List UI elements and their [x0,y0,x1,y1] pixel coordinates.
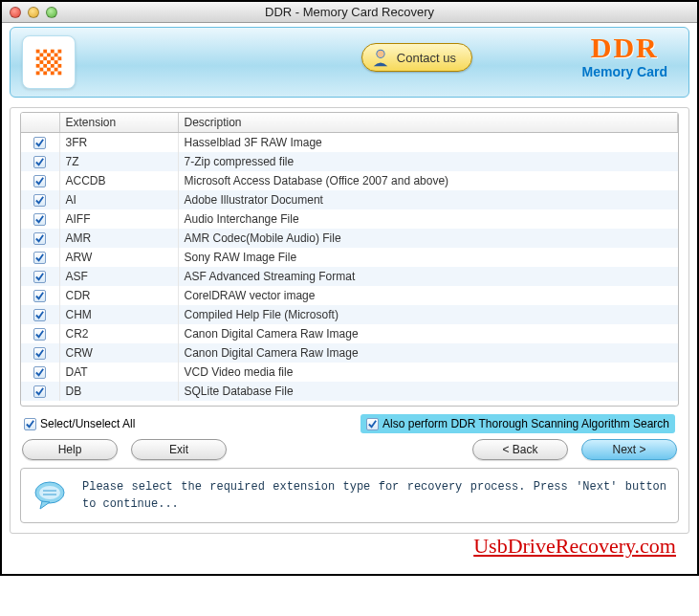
svg-rect-8 [43,56,47,60]
checkbox-icon[interactable] [33,137,46,149]
checkbox-icon[interactable] [33,347,46,360]
checkbox-icon[interactable] [33,232,46,245]
col-extension[interactable]: Extension [59,113,178,133]
desc-cell: Adobe Illustrator Document [178,190,678,209]
extension-table: Extension Description 3FRHasselblad 3F R… [20,112,679,407]
svg-rect-1 [43,50,47,54]
minimize-icon[interactable] [28,7,39,18]
svg-point-28 [39,486,60,499]
checkbox-icon[interactable] [33,156,46,168]
desc-cell: AMR Codec(Mobile Audio) File [178,229,678,248]
svg-rect-14 [36,64,40,68]
table-row[interactable]: ASFASF Advanced Streaming Format [21,267,678,286]
table-row[interactable]: AIFFAudio Interchange File [21,209,678,229]
select-all-option[interactable]: Select/Unselect All [24,417,135,430]
svg-rect-17 [58,64,62,68]
window-title: DDR - Memory Card Recovery [2,5,697,19]
titlebar: DDR - Memory Card Recovery [2,2,697,23]
table-row[interactable]: CHMCompiled Help File (Microsoft) [21,305,678,324]
contact-us-button[interactable]: Contact us [361,43,472,72]
table-row[interactable]: CRWCanon Digital Camera Raw Image [21,343,678,363]
exit-button[interactable]: Exit [131,439,227,460]
desc-cell: SQLite Database File [178,382,678,401]
brand-title: DDR [582,33,667,62]
table-row[interactable]: CDRCorelDRAW vector image [21,286,678,305]
svg-rect-21 [36,72,40,76]
desc-cell: Audio Interchange File [178,209,678,229]
ext-cell: DB [59,382,178,401]
desc-cell: VCD Video media file [178,363,678,382]
checkbox-icon[interactable] [33,290,46,302]
ext-cell: AIFF [59,209,178,229]
svg-rect-6 [55,54,58,57]
back-button[interactable]: < Back [472,439,568,460]
thorough-scan-option[interactable]: Also perform DDR Thorough Scanning Algor… [360,414,675,433]
next-button[interactable]: Next > [581,439,677,460]
ext-cell: 7Z [59,152,178,171]
table-row[interactable]: AMRAMR Codec(Mobile Audio) File [21,229,678,248]
table-row[interactable]: DBSQLite Database File [21,382,678,401]
svg-rect-22 [43,72,47,76]
checkbox-icon[interactable] [33,366,46,379]
table-row[interactable]: ACCDBMicrosoft Access Database (Office 2… [21,171,678,190]
svg-rect-23 [51,72,55,76]
desc-cell: Microsoft Access Database (Office 2007 a… [178,171,678,190]
contact-us-label: Contact us [397,51,456,65]
pattern-icon [31,44,67,80]
checkbox-icon[interactable] [33,309,46,321]
table-row[interactable]: 7Z7-Zip compressed file [21,152,678,171]
app-window: DDR - Memory Card Recovery Contact us DD… [0,0,699,576]
brand: DDR Memory Card [582,33,667,79]
svg-rect-11 [40,60,44,64]
checkbox-icon[interactable] [366,418,379,430]
col-check[interactable] [21,113,59,133]
table-row[interactable]: DATVCD Video media file [21,363,678,382]
desc-cell: Compiled Help File (Microsoft) [178,305,678,324]
desc-cell: Sony RAW Image File [178,248,678,267]
desc-cell: Hasselblad 3F RAW Image [178,133,678,152]
ext-cell: CRW [59,343,178,363]
svg-point-26 [377,51,383,57]
ext-cell: AMR [59,229,178,248]
svg-rect-7 [36,56,40,60]
svg-rect-20 [55,68,58,72]
checkbox-icon[interactable] [33,252,46,264]
ext-cell: CR2 [59,324,178,343]
svg-rect-13 [55,60,58,64]
svg-rect-2 [51,50,55,54]
svg-rect-5 [47,54,51,57]
ext-cell: ACCDB [59,171,178,190]
speech-bubble-icon [33,478,67,513]
table-row[interactable]: AIAdobe Illustrator Document [21,190,678,209]
checkbox-icon[interactable] [33,271,46,283]
select-all-label: Select/Unselect All [40,417,135,430]
col-description[interactable]: Description [178,113,678,133]
checkbox-icon[interactable] [33,328,46,341]
zoom-icon[interactable] [46,7,57,18]
desc-cell: ASF Advanced Streaming Format [178,267,678,286]
app-logo [22,35,76,89]
footer-brand: UsbDriveRecovery.com [10,534,689,566]
table-row[interactable]: CR2Canon Digital Camera Raw Image [21,324,678,343]
svg-rect-24 [58,72,62,76]
svg-rect-18 [40,68,44,72]
ext-cell: DAT [59,363,178,382]
svg-rect-9 [51,56,55,60]
svg-rect-3 [58,50,62,54]
ext-cell: 3FR [59,133,178,152]
desc-cell: CorelDRAW vector image [178,286,678,305]
help-button[interactable]: Help [22,439,118,460]
checkbox-icon[interactable] [33,194,46,207]
ext-cell: CHM [59,305,178,324]
header-banner: Contact us DDR Memory Card [10,27,689,98]
table-row[interactable]: 3FRHasselblad 3F RAW Image [21,133,678,152]
close-icon[interactable] [10,7,21,18]
desc-cell: Canon Digital Camera Raw Image [178,343,678,363]
checkbox-icon[interactable] [33,213,46,226]
checkbox-icon[interactable] [24,418,36,430]
ext-cell: AI [59,190,178,209]
checkbox-icon[interactable] [33,175,46,187]
desc-cell: 7-Zip compressed file [178,152,678,171]
table-row[interactable]: ARWSony RAW Image File [21,248,678,267]
checkbox-icon[interactable] [33,385,46,398]
